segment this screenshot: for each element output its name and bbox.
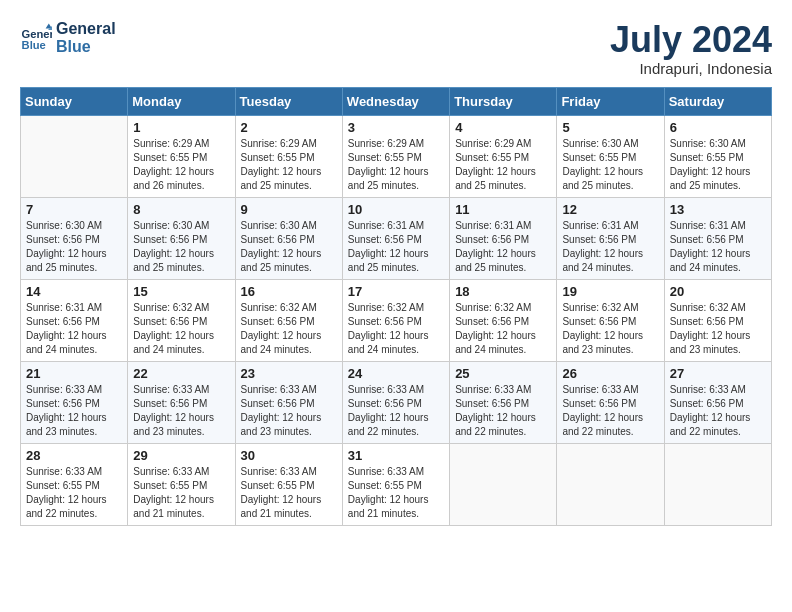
logo-blue: Blue — [56, 38, 116, 56]
day-info: Sunrise: 6:31 AM Sunset: 6:56 PM Dayligh… — [562, 219, 658, 275]
day-info: Sunrise: 6:33 AM Sunset: 6:56 PM Dayligh… — [26, 383, 122, 439]
day-number: 1 — [133, 120, 229, 135]
calendar-cell: 31Sunrise: 6:33 AM Sunset: 6:55 PM Dayli… — [342, 443, 449, 525]
calendar-cell: 11Sunrise: 6:31 AM Sunset: 6:56 PM Dayli… — [450, 197, 557, 279]
weekday-header: Tuesday — [235, 87, 342, 115]
day-number: 2 — [241, 120, 337, 135]
calendar-cell: 25Sunrise: 6:33 AM Sunset: 6:56 PM Dayli… — [450, 361, 557, 443]
calendar-cell — [450, 443, 557, 525]
day-number: 9 — [241, 202, 337, 217]
day-info: Sunrise: 6:30 AM Sunset: 6:55 PM Dayligh… — [670, 137, 766, 193]
day-info: Sunrise: 6:33 AM Sunset: 6:56 PM Dayligh… — [455, 383, 551, 439]
calendar-cell: 10Sunrise: 6:31 AM Sunset: 6:56 PM Dayli… — [342, 197, 449, 279]
day-number: 21 — [26, 366, 122, 381]
day-info: Sunrise: 6:33 AM Sunset: 6:56 PM Dayligh… — [133, 383, 229, 439]
day-number: 18 — [455, 284, 551, 299]
calendar-cell: 17Sunrise: 6:32 AM Sunset: 6:56 PM Dayli… — [342, 279, 449, 361]
weekday-header: Saturday — [664, 87, 771, 115]
day-info: Sunrise: 6:30 AM Sunset: 6:55 PM Dayligh… — [562, 137, 658, 193]
calendar-cell: 3Sunrise: 6:29 AM Sunset: 6:55 PM Daylig… — [342, 115, 449, 197]
calendar-cell: 19Sunrise: 6:32 AM Sunset: 6:56 PM Dayli… — [557, 279, 664, 361]
calendar-cell: 29Sunrise: 6:33 AM Sunset: 6:55 PM Dayli… — [128, 443, 235, 525]
day-number: 25 — [455, 366, 551, 381]
logo-general: General — [56, 20, 116, 38]
day-info: Sunrise: 6:33 AM Sunset: 6:55 PM Dayligh… — [241, 465, 337, 521]
month-title: July 2024 — [610, 20, 772, 60]
day-number: 28 — [26, 448, 122, 463]
day-info: Sunrise: 6:30 AM Sunset: 6:56 PM Dayligh… — [133, 219, 229, 275]
logo-icon: General Blue — [20, 22, 52, 54]
day-number: 27 — [670, 366, 766, 381]
day-number: 6 — [670, 120, 766, 135]
calendar-cell: 13Sunrise: 6:31 AM Sunset: 6:56 PM Dayli… — [664, 197, 771, 279]
day-number: 15 — [133, 284, 229, 299]
svg-text:Blue: Blue — [22, 39, 46, 51]
weekday-header: Friday — [557, 87, 664, 115]
day-number: 14 — [26, 284, 122, 299]
day-info: Sunrise: 6:32 AM Sunset: 6:56 PM Dayligh… — [241, 301, 337, 357]
day-info: Sunrise: 6:33 AM Sunset: 6:55 PM Dayligh… — [348, 465, 444, 521]
day-info: Sunrise: 6:29 AM Sunset: 6:55 PM Dayligh… — [133, 137, 229, 193]
calendar-table: SundayMondayTuesdayWednesdayThursdayFrid… — [20, 87, 772, 526]
page-header: General Blue General Blue July 2024 Indr… — [20, 20, 772, 77]
calendar-cell: 26Sunrise: 6:33 AM Sunset: 6:56 PM Dayli… — [557, 361, 664, 443]
day-number: 26 — [562, 366, 658, 381]
day-number: 24 — [348, 366, 444, 381]
day-number: 23 — [241, 366, 337, 381]
calendar-week-row: 7Sunrise: 6:30 AM Sunset: 6:56 PM Daylig… — [21, 197, 772, 279]
day-info: Sunrise: 6:29 AM Sunset: 6:55 PM Dayligh… — [348, 137, 444, 193]
calendar-cell: 7Sunrise: 6:30 AM Sunset: 6:56 PM Daylig… — [21, 197, 128, 279]
day-info: Sunrise: 6:33 AM Sunset: 6:56 PM Dayligh… — [562, 383, 658, 439]
calendar-cell — [21, 115, 128, 197]
day-number: 19 — [562, 284, 658, 299]
calendar-cell: 2Sunrise: 6:29 AM Sunset: 6:55 PM Daylig… — [235, 115, 342, 197]
location: Indrapuri, Indonesia — [610, 60, 772, 77]
calendar-cell: 14Sunrise: 6:31 AM Sunset: 6:56 PM Dayli… — [21, 279, 128, 361]
day-number: 10 — [348, 202, 444, 217]
day-info: Sunrise: 6:31 AM Sunset: 6:56 PM Dayligh… — [26, 301, 122, 357]
day-info: Sunrise: 6:33 AM Sunset: 6:56 PM Dayligh… — [241, 383, 337, 439]
day-info: Sunrise: 6:31 AM Sunset: 6:56 PM Dayligh… — [455, 219, 551, 275]
day-info: Sunrise: 6:32 AM Sunset: 6:56 PM Dayligh… — [670, 301, 766, 357]
day-number: 5 — [562, 120, 658, 135]
calendar-cell — [664, 443, 771, 525]
day-number: 3 — [348, 120, 444, 135]
day-info: Sunrise: 6:29 AM Sunset: 6:55 PM Dayligh… — [241, 137, 337, 193]
logo: General Blue General Blue — [20, 20, 116, 55]
weekday-header: Wednesday — [342, 87, 449, 115]
calendar-cell: 15Sunrise: 6:32 AM Sunset: 6:56 PM Dayli… — [128, 279, 235, 361]
calendar-cell: 1Sunrise: 6:29 AM Sunset: 6:55 PM Daylig… — [128, 115, 235, 197]
calendar-cell: 22Sunrise: 6:33 AM Sunset: 6:56 PM Dayli… — [128, 361, 235, 443]
svg-text:General: General — [22, 28, 52, 40]
calendar-week-row: 1Sunrise: 6:29 AM Sunset: 6:55 PM Daylig… — [21, 115, 772, 197]
day-info: Sunrise: 6:29 AM Sunset: 6:55 PM Dayligh… — [455, 137, 551, 193]
weekday-header: Thursday — [450, 87, 557, 115]
day-number: 7 — [26, 202, 122, 217]
calendar-cell: 6Sunrise: 6:30 AM Sunset: 6:55 PM Daylig… — [664, 115, 771, 197]
day-number: 4 — [455, 120, 551, 135]
day-number: 11 — [455, 202, 551, 217]
day-info: Sunrise: 6:32 AM Sunset: 6:56 PM Dayligh… — [133, 301, 229, 357]
day-info: Sunrise: 6:32 AM Sunset: 6:56 PM Dayligh… — [348, 301, 444, 357]
calendar-cell: 23Sunrise: 6:33 AM Sunset: 6:56 PM Dayli… — [235, 361, 342, 443]
day-number: 20 — [670, 284, 766, 299]
calendar-header-row: SundayMondayTuesdayWednesdayThursdayFrid… — [21, 87, 772, 115]
day-number: 13 — [670, 202, 766, 217]
title-block: July 2024 Indrapuri, Indonesia — [610, 20, 772, 77]
calendar-cell: 30Sunrise: 6:33 AM Sunset: 6:55 PM Dayli… — [235, 443, 342, 525]
weekday-header: Sunday — [21, 87, 128, 115]
day-number: 22 — [133, 366, 229, 381]
day-info: Sunrise: 6:33 AM Sunset: 6:56 PM Dayligh… — [348, 383, 444, 439]
day-number: 30 — [241, 448, 337, 463]
calendar-week-row: 21Sunrise: 6:33 AM Sunset: 6:56 PM Dayli… — [21, 361, 772, 443]
day-number: 29 — [133, 448, 229, 463]
calendar-cell: 4Sunrise: 6:29 AM Sunset: 6:55 PM Daylig… — [450, 115, 557, 197]
calendar-cell: 28Sunrise: 6:33 AM Sunset: 6:55 PM Dayli… — [21, 443, 128, 525]
day-number: 31 — [348, 448, 444, 463]
day-info: Sunrise: 6:33 AM Sunset: 6:56 PM Dayligh… — [670, 383, 766, 439]
day-info: Sunrise: 6:33 AM Sunset: 6:55 PM Dayligh… — [133, 465, 229, 521]
calendar-cell: 12Sunrise: 6:31 AM Sunset: 6:56 PM Dayli… — [557, 197, 664, 279]
day-info: Sunrise: 6:32 AM Sunset: 6:56 PM Dayligh… — [562, 301, 658, 357]
calendar-cell: 16Sunrise: 6:32 AM Sunset: 6:56 PM Dayli… — [235, 279, 342, 361]
weekday-header: Monday — [128, 87, 235, 115]
